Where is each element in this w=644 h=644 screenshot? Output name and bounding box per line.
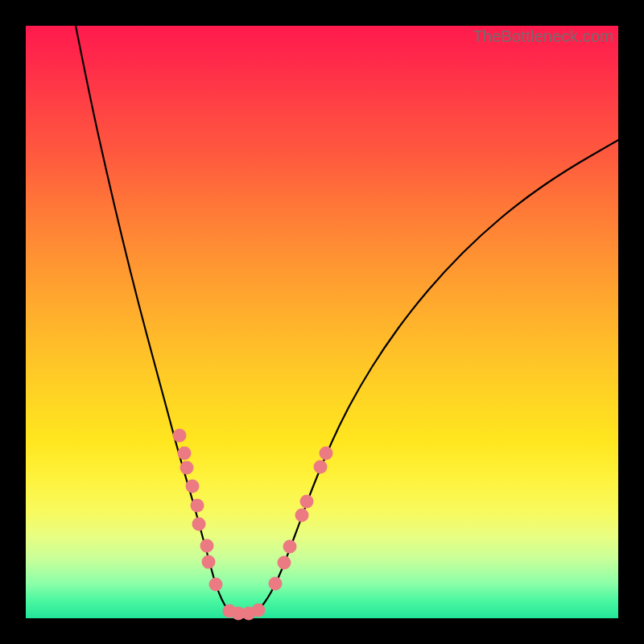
data-point [283, 540, 297, 554]
data-point [178, 447, 192, 460]
data-point [200, 539, 214, 553]
data-point [314, 460, 328, 474]
data-point [252, 604, 266, 617]
data-point [209, 578, 223, 592]
data-point [295, 509, 309, 522]
data-point [278, 556, 291, 570]
bottleneck-curve [76, 26, 618, 617]
data-point [173, 429, 187, 443]
chart-frame: TheBottleneck.com [0, 0, 644, 644]
data-point [202, 555, 216, 569]
data-point [180, 461, 194, 475]
data-point [191, 499, 204, 513]
data-point [269, 577, 283, 591]
data-point [192, 518, 206, 531]
chart-svg [26, 26, 618, 618]
data-point [320, 447, 333, 460]
data-point [186, 480, 200, 493]
data-point [300, 495, 314, 509]
data-points-group [173, 429, 333, 621]
plot-area: TheBottleneck.com [26, 26, 618, 618]
